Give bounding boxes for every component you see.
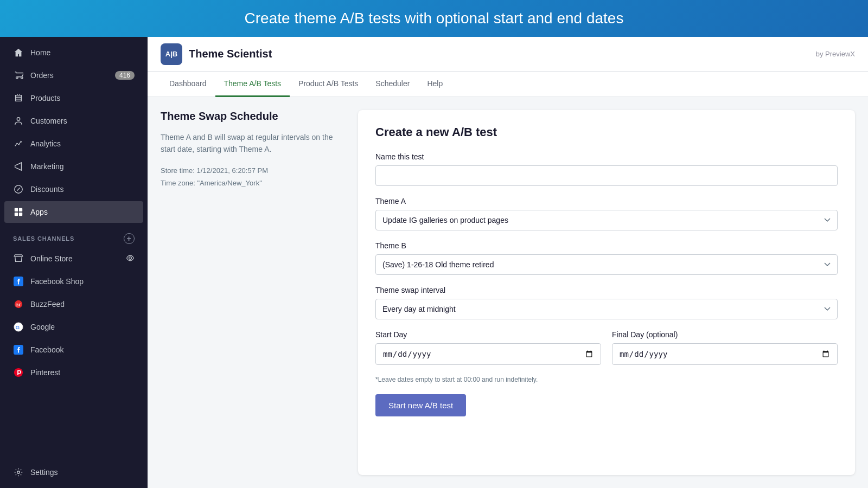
name-group: Name this test [375,152,838,186]
sidebar-item-online-store[interactable]: Online Store [4,248,143,269]
theme-swap-description: Theme A and B will swap at regular inter… [161,131,345,156]
products-icon [13,93,24,104]
interval-label: Theme swap interval [375,286,838,294]
theme-a-group: Theme A Update IG galleries on product p… [375,197,838,230]
create-ab-test-form: Create a new A/B test Name this test The… [358,110,855,475]
tabs: Dashboard Theme A/B Tests Product A/B Te… [148,72,868,97]
sidebar-item-customers[interactable]: Customers [4,110,143,132]
sidebar-item-settings[interactable]: Settings [4,461,143,483]
sales-channels-header: SALES CHANNELS + [4,228,143,247]
hint-text: *Leave dates empty to start at 00:00 and… [375,376,838,383]
facebook-shop-icon [13,276,24,287]
orders-badge: 416 [115,71,135,80]
svg-rect-4 [15,213,18,216]
buzzfeed-icon: BF [13,299,24,310]
start-day-group: Start Day [375,330,601,365]
tab-product-ab-tests[interactable]: Product A/B Tests [290,72,367,97]
sidebar-item-home[interactable]: Home [4,42,143,63]
app-title: Theme Scientist [189,48,816,60]
sidebar-item-facebook-shop[interactable]: Facebook Shop [4,271,143,292]
add-sales-channel-button[interactable]: + [124,233,135,244]
facebook-icon [13,344,24,355]
svg-text:BF: BF [16,303,22,307]
name-input[interactable] [375,165,838,186]
form-title: Create a new A/B test [375,125,838,139]
tab-scheduler[interactable]: Scheduler [367,72,418,97]
store-time: Store time: 1/12/2021, 6:20:57 PM [161,164,345,177]
final-day-input[interactable] [612,343,838,365]
tab-theme-ab-tests[interactable]: Theme A/B Tests [215,72,290,97]
theme-a-label: Theme A [375,197,838,206]
online-store-eye-icon[interactable] [126,254,135,264]
sidebar-item-facebook[interactable]: Facebook [4,339,143,361]
sidebar-item-analytics[interactable]: Analytics [4,133,143,155]
start-day-input[interactable] [375,343,601,365]
svg-text:G: G [16,324,20,330]
home-icon [13,47,24,58]
sidebar-item-buzzfeed[interactable]: BF BuzzFeed [4,293,143,315]
sidebar-item-orders[interactable]: Orders 416 [4,65,143,86]
orders-icon [13,70,24,81]
final-day-label: Final Day (optional) [612,330,838,339]
app-logo: A|B [161,43,182,65]
svg-point-15 [17,471,20,474]
left-panel: Theme Swap Schedule Theme A and B will s… [161,110,345,475]
theme-b-select[interactable]: (Save) 1-26-18 Old theme retiredDefault … [375,254,838,275]
timezone: Time zone: "America/New_York" [161,177,345,189]
svg-point-0 [17,118,20,120]
svg-rect-5 [19,213,22,216]
discounts-icon [13,184,24,195]
sidebar: Home Orders 416 Products Customers Ana [0,37,148,488]
app-header: A|B Theme Scientist by PreviewX [148,37,868,72]
by-previewx: by PreviewX [816,50,855,58]
theme-swap-schedule-title: Theme Swap Schedule [161,110,345,123]
start-day-label: Start Day [375,330,601,339]
sidebar-item-google[interactable]: G Google [4,316,143,338]
start-ab-test-button[interactable]: Start new A/B test [375,394,466,416]
theme-b-label: Theme B [375,241,838,250]
interval-group: Theme swap interval Every day at midnigh… [375,286,838,319]
theme-b-group: Theme B (Save) 1-26-18 Old theme retired… [375,241,838,275]
content-area: A|B Theme Scientist by PreviewX Dashboar… [148,37,868,488]
tab-help[interactable]: Help [418,72,451,97]
settings-icon [13,467,24,478]
date-row: Start Day Final Day (optional) [375,330,838,365]
online-store-icon [13,253,24,264]
pinterest-icon: P [13,367,24,378]
customers-icon [13,115,24,126]
google-icon: G [13,322,24,332]
name-label: Name this test [375,152,838,161]
tab-dashboard[interactable]: Dashboard [161,72,215,97]
theme-a-select[interactable]: Update IG galleries on product pagesDefa… [375,210,838,230]
interval-select[interactable]: Every day at midnightEvery 12 hoursEvery… [375,299,838,319]
svg-point-6 [129,256,132,259]
svg-rect-3 [19,208,22,211]
sidebar-item-marketing[interactable]: Marketing [4,156,143,177]
sidebar-item-pinterest[interactable]: P Pinterest [4,362,143,383]
main-content: Theme Swap Schedule Theme A and B will s… [148,97,868,488]
sidebar-item-discounts[interactable]: Discounts [4,178,143,200]
banner-text: Create theme A/B tests with optional sta… [245,10,624,27]
analytics-icon [13,138,24,149]
final-day-group: Final Day (optional) [612,330,838,365]
store-info: Store time: 1/12/2021, 6:20:57 PM Time z… [161,164,345,190]
top-banner: Create theme A/B tests with optional sta… [0,0,868,37]
sidebar-item-products[interactable]: Products [4,87,143,109]
svg-rect-2 [15,208,18,211]
apps-icon [13,207,24,217]
svg-text:P: P [17,369,21,377]
sidebar-item-apps[interactable]: Apps [4,201,143,223]
marketing-icon [13,161,24,172]
